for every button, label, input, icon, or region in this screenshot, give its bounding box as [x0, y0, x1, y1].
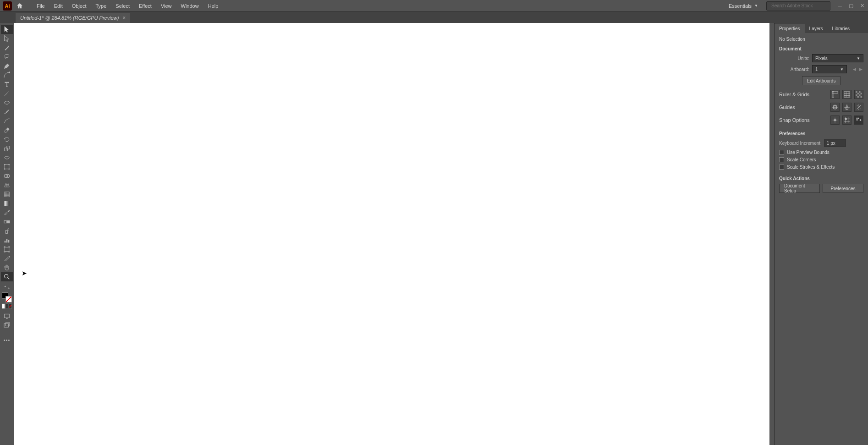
tab-layers[interactable]: Layers — [805, 24, 828, 33]
artboard-tool[interactable] — [1, 245, 13, 254]
artboard-next[interactable]: ▶ — [858, 66, 863, 73]
eraser-tool[interactable] — [1, 126, 13, 135]
minimize-button[interactable]: ─ — [837, 3, 843, 9]
preferences-button[interactable]: Preferences — [823, 184, 863, 193]
svg-rect-32 — [856, 91, 857, 93]
close-button[interactable]: ✕ — [859, 3, 865, 9]
workspace-switcher[interactable]: Essentials ▼ — [725, 1, 762, 11]
scale-corners-checkbox[interactable] — [779, 157, 784, 162]
symbol-sprayer-tool[interactable] — [1, 226, 13, 236]
scale-strokes-checkbox[interactable] — [779, 165, 784, 170]
guides-show-icon[interactable] — [830, 103, 840, 112]
rotate-tool[interactable] — [1, 135, 13, 144]
fill-stroke-swap[interactable] — [1, 284, 13, 291]
mesh-tool[interactable] — [1, 190, 13, 199]
shape-builder-tool[interactable] — [1, 171, 13, 181]
edit-artboards-button[interactable]: Edit Artboards — [802, 76, 841, 85]
home-button[interactable] — [15, 1, 25, 11]
artboard-label: Artboard: — [779, 67, 809, 72]
slice-tool[interactable] — [1, 254, 13, 263]
menu-help[interactable]: Help — [203, 1, 223, 11]
search-input[interactable] — [771, 3, 830, 8]
menu-file[interactable]: File — [32, 1, 49, 11]
type-tool[interactable] — [1, 80, 13, 89]
tab-libraries[interactable]: Libraries — [828, 24, 854, 33]
document-tabbar: Untitled-1* @ 284.81% (RGB/GPU Preview) … — [0, 12, 868, 23]
document-tab[interactable]: Untitled-1* @ 284.81% (RGB/GPU Preview) … — [16, 13, 130, 23]
svg-point-12 — [6, 174, 10, 178]
svg-point-19 — [8, 228, 9, 229]
lasso-tool[interactable] — [1, 52, 13, 61]
snap-grid-icon[interactable] — [842, 115, 852, 125]
pen-tool[interactable] — [1, 61, 13, 71]
perspective-grid-tool[interactable] — [1, 181, 13, 190]
tab-close-icon[interactable]: × — [122, 15, 126, 21]
document-tab-title: Untitled-1* @ 284.81% (RGB/GPU Preview) — [20, 15, 119, 21]
artboard-value: 1 — [815, 67, 818, 72]
draw-behind[interactable] — [5, 303, 9, 309]
menu-select[interactable]: Select — [111, 1, 134, 11]
draw-normal[interactable] — [2, 303, 5, 309]
artboard-canvas[interactable] — [14, 23, 769, 445]
svg-rect-22 — [6, 239, 8, 242]
gradient-tool[interactable] — [1, 199, 13, 208]
selection-tool[interactable] — [1, 25, 13, 34]
menu-view[interactable]: View — [156, 1, 176, 11]
ruler-toggle-icon[interactable] — [830, 90, 840, 99]
use-preview-bounds-checkbox[interactable] — [779, 150, 784, 155]
scale-tool[interactable] — [1, 144, 13, 153]
draw-mode-selector[interactable] — [2, 303, 12, 309]
svg-rect-30 — [832, 92, 834, 97]
rectangle-tool[interactable] — [1, 98, 13, 107]
snap-options-label: Snap Options — [779, 117, 810, 123]
scale-strokes-label: Scale Strokes & Effects — [787, 165, 835, 170]
menu-effect[interactable]: Effect — [134, 1, 156, 11]
properties-panel-body: No Selection Document Units: Pixels ▼ Ar… — [775, 33, 868, 445]
menu-window[interactable]: Window — [176, 1, 203, 11]
svg-point-11 — [4, 174, 8, 178]
paintbrush-tool[interactable] — [1, 107, 13, 116]
menu-type[interactable]: Type — [91, 1, 111, 11]
blend-tool[interactable] — [1, 217, 13, 226]
snap-point-icon[interactable] — [830, 115, 840, 125]
canvas-area[interactable]: ➤ — [14, 23, 774, 445]
document-setup-button[interactable]: Document Setup — [779, 184, 820, 193]
units-select[interactable]: Pixels ▼ — [812, 54, 863, 62]
tab-properties[interactable]: Properties — [775, 24, 805, 33]
eyedropper-tool[interactable] — [1, 208, 13, 217]
svg-point-10 — [9, 169, 10, 170]
smart-guides-icon[interactable] — [854, 103, 863, 112]
search-box[interactable] — [766, 1, 830, 11]
guides-label: Guides — [779, 104, 795, 110]
magic-wand-tool[interactable] — [1, 43, 13, 52]
draw-inside[interactable] — [9, 303, 12, 309]
column-graph-tool[interactable] — [1, 236, 13, 245]
maximize-button[interactable]: ▢ — [848, 3, 854, 9]
stroke-color-swatch[interactable] — [5, 296, 12, 302]
shaper-tool[interactable] — [1, 116, 13, 126]
transparency-grid-icon[interactable] — [854, 90, 863, 99]
zoom-tool[interactable] — [1, 272, 13, 281]
svg-rect-17 — [5, 231, 7, 234]
direct-selection-tool[interactable] — [1, 34, 13, 43]
menu-edit[interactable]: Edit — [49, 1, 67, 11]
width-tool[interactable] — [1, 153, 13, 162]
screen-mode-tool[interactable] — [1, 312, 13, 321]
line-tool[interactable] — [1, 89, 13, 98]
svg-rect-31 — [844, 92, 850, 97]
svg-rect-44 — [858, 118, 859, 119]
fill-stroke-swatch[interactable] — [2, 292, 12, 302]
artboard-prev[interactable]: ◀ — [852, 66, 857, 73]
snap-pixel-icon[interactable] — [854, 115, 863, 125]
panel-tabs: Properties Layers Libraries — [775, 23, 868, 33]
change-screen-mode[interactable] — [1, 321, 13, 330]
curvature-tool[interactable] — [1, 71, 13, 80]
guides-lock-icon[interactable] — [842, 103, 852, 112]
grid-toggle-icon[interactable] — [842, 90, 852, 99]
edit-toolbar[interactable]: ••• — [1, 335, 13, 345]
keyboard-increment-input[interactable] — [824, 139, 846, 147]
hand-tool[interactable] — [1, 263, 13, 272]
free-transform-tool[interactable] — [1, 162, 13, 171]
menu-object[interactable]: Object — [67, 1, 91, 11]
artboard-select[interactable]: 1 ▼ — [812, 65, 847, 73]
